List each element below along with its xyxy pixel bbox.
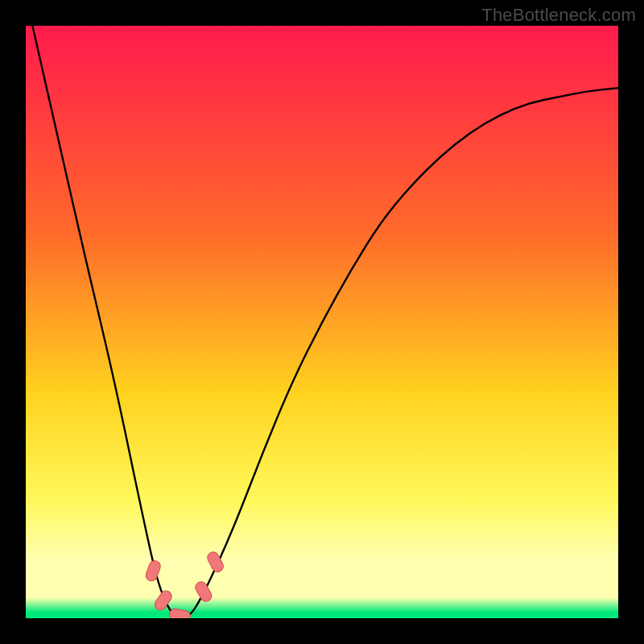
watermark-text: TheBottleneck.com xyxy=(481,5,636,26)
plot-area xyxy=(26,26,618,618)
chart-frame: TheBottleneck.com xyxy=(0,0,644,644)
chart-svg xyxy=(26,26,618,618)
